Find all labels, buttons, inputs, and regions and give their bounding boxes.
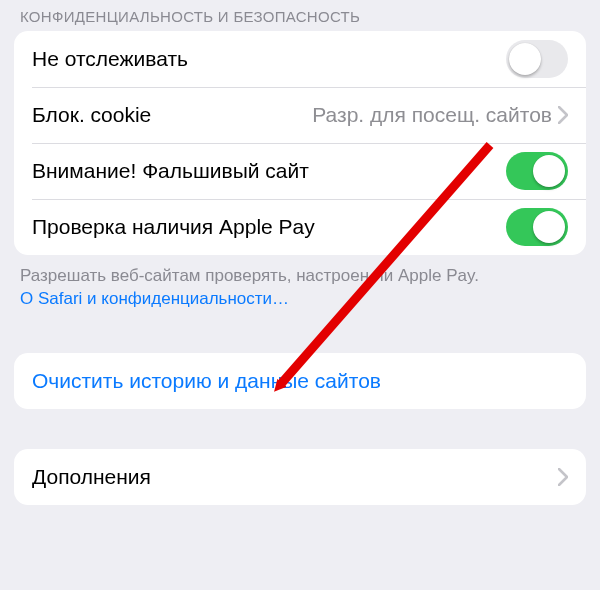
label-extras: Дополнения [32, 465, 151, 489]
footer-text: Разрешать веб-сайтам проверять, настроен… [20, 266, 479, 285]
row-apple-pay-check[interactable]: Проверка наличия Apple Pay [14, 199, 586, 255]
label-clear-history: Очистить историю и данные сайтов [32, 369, 381, 393]
toggle-fraud-warning[interactable] [506, 152, 568, 190]
row-extras[interactable]: Дополнения [14, 449, 586, 505]
row-fraud-warning[interactable]: Внимание! Фальшивый сайт [14, 143, 586, 199]
toggle-knob [533, 211, 565, 243]
settings-group-privacy: Не отслеживать Блок. cookie Разр. для по… [14, 31, 586, 255]
row-clear-history[interactable]: Очистить историю и данные сайтов [14, 353, 586, 409]
section-footer-privacy: Разрешать веб-сайтам проверять, настроен… [0, 255, 600, 311]
toggle-knob [509, 43, 541, 75]
row-do-not-track[interactable]: Не отслеживать [14, 31, 586, 87]
section-header-privacy: КОНФИДЕНЦИАЛЬНОСТЬ И БЕЗОПАСНОСТЬ [0, 0, 600, 31]
chevron-right-icon [558, 106, 568, 124]
about-safari-privacy-link[interactable]: О Safari и конфиденциальности… [20, 289, 289, 308]
settings-group-clear: Очистить историю и данные сайтов [14, 353, 586, 409]
label-fraud-warning: Внимание! Фальшивый сайт [32, 159, 309, 183]
toggle-knob [533, 155, 565, 187]
row-block-cookie[interactable]: Блок. cookie Разр. для посещ. сайтов [14, 87, 586, 143]
label-apple-pay-check: Проверка наличия Apple Pay [32, 215, 315, 239]
toggle-do-not-track[interactable] [506, 40, 568, 78]
settings-group-extras: Дополнения [14, 449, 586, 505]
chevron-right-icon [558, 468, 568, 486]
label-do-not-track: Не отслеживать [32, 47, 188, 71]
value-block-cookie: Разр. для посещ. сайтов [312, 103, 552, 127]
label-block-cookie: Блок. cookie [32, 103, 151, 127]
toggle-apple-pay-check[interactable] [506, 208, 568, 246]
